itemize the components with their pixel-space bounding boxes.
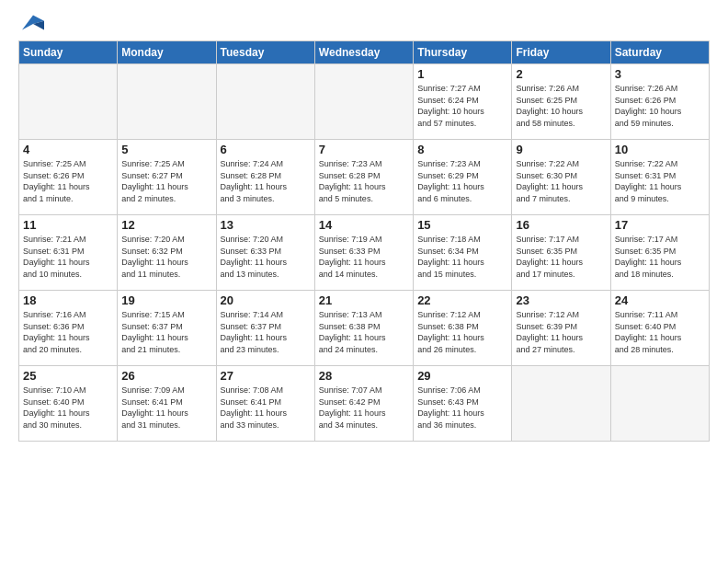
day-info: Sunrise: 7:27 AM Sunset: 6:24 PM Dayligh…	[417, 83, 507, 129]
day-info: Sunrise: 7:19 AM Sunset: 6:33 PM Dayligh…	[319, 234, 409, 280]
calendar-header-saturday: Saturday	[610, 41, 709, 64]
calendar-cell: 21Sunrise: 7:13 AM Sunset: 6:38 PM Dayli…	[314, 291, 413, 366]
calendar-cell	[610, 366, 709, 442]
calendar-header-monday: Monday	[118, 41, 216, 64]
calendar-header-friday: Friday	[512, 41, 610, 64]
calendar-cell: 16Sunrise: 7:17 AM Sunset: 6:35 PM Dayli…	[512, 215, 610, 291]
calendar-cell: 10Sunrise: 7:22 AM Sunset: 6:31 PM Dayli…	[610, 140, 709, 215]
day-number: 8	[417, 143, 507, 156]
day-info: Sunrise: 7:24 AM Sunset: 6:28 PM Dayligh…	[221, 158, 311, 204]
calendar-cell: 28Sunrise: 7:07 AM Sunset: 6:42 PM Dayli…	[314, 366, 413, 442]
day-number: 10	[615, 143, 705, 156]
day-number: 22	[417, 293, 507, 307]
day-number: 20	[221, 293, 311, 307]
day-info: Sunrise: 7:25 AM Sunset: 6:26 PM Dayligh…	[23, 158, 113, 204]
day-info: Sunrise: 7:17 AM Sunset: 6:35 PM Dayligh…	[516, 234, 606, 280]
day-number: 6	[221, 143, 311, 156]
calendar-cell: 8Sunrise: 7:23 AM Sunset: 6:29 PM Daylig…	[414, 140, 512, 215]
day-info: Sunrise: 7:06 AM Sunset: 6:43 PM Dayligh…	[417, 385, 507, 431]
day-info: Sunrise: 7:23 AM Sunset: 6:28 PM Dayligh…	[319, 158, 409, 204]
calendar-cell	[216, 64, 314, 140]
day-number: 11	[23, 218, 113, 232]
calendar-cell: 25Sunrise: 7:10 AM Sunset: 6:40 PM Dayli…	[19, 366, 118, 442]
calendar-cell: 26Sunrise: 7:09 AM Sunset: 6:41 PM Dayli…	[118, 366, 216, 442]
day-number: 2	[516, 67, 606, 81]
calendar-cell: 12Sunrise: 7:20 AM Sunset: 6:32 PM Dayli…	[118, 215, 216, 291]
calendar-cell: 24Sunrise: 7:11 AM Sunset: 6:40 PM Dayli…	[610, 291, 709, 366]
day-info: Sunrise: 7:12 AM Sunset: 6:38 PM Dayligh…	[417, 309, 507, 355]
page: SundayMondayTuesdayWednesdayThursdayFrid…	[0, 0, 728, 563]
day-info: Sunrise: 7:15 AM Sunset: 6:37 PM Dayligh…	[121, 309, 211, 355]
calendar-cell: 27Sunrise: 7:08 AM Sunset: 6:41 PM Dayli…	[216, 366, 314, 442]
calendar-cell: 23Sunrise: 7:12 AM Sunset: 6:39 PM Dayli…	[512, 291, 610, 366]
calendar-cell: 5Sunrise: 7:25 AM Sunset: 6:27 PM Daylig…	[118, 140, 216, 215]
day-number: 17	[615, 218, 705, 232]
day-info: Sunrise: 7:09 AM Sunset: 6:41 PM Dayligh…	[121, 385, 211, 431]
day-number: 14	[319, 218, 409, 232]
calendar-cell	[314, 64, 413, 140]
day-number: 27	[221, 369, 311, 383]
calendar-week-row: 25Sunrise: 7:10 AM Sunset: 6:40 PM Dayli…	[19, 366, 710, 442]
calendar-cell: 29Sunrise: 7:06 AM Sunset: 6:43 PM Dayli…	[414, 366, 512, 442]
day-info: Sunrise: 7:21 AM Sunset: 6:31 PM Dayligh…	[23, 234, 113, 280]
calendar-cell	[512, 366, 610, 442]
calendar-cell: 2Sunrise: 7:26 AM Sunset: 6:25 PM Daylig…	[512, 64, 610, 140]
calendar-header-tuesday: Tuesday	[216, 41, 314, 64]
day-info: Sunrise: 7:17 AM Sunset: 6:35 PM Dayligh…	[615, 234, 705, 280]
day-info: Sunrise: 7:08 AM Sunset: 6:41 PM Dayligh…	[221, 385, 311, 431]
calendar-header-row: SundayMondayTuesdayWednesdayThursdayFrid…	[19, 41, 710, 64]
day-number: 19	[121, 293, 211, 307]
logo	[18, 15, 44, 33]
calendar-header-wednesday: Wednesday	[314, 41, 413, 64]
day-number: 29	[417, 369, 507, 383]
day-info: Sunrise: 7:14 AM Sunset: 6:37 PM Dayligh…	[221, 309, 311, 355]
day-number: 7	[319, 143, 409, 156]
calendar-cell: 17Sunrise: 7:17 AM Sunset: 6:35 PM Dayli…	[610, 215, 709, 291]
day-number: 13	[221, 218, 311, 232]
calendar-week-row: 11Sunrise: 7:21 AM Sunset: 6:31 PM Dayli…	[19, 215, 710, 291]
day-info: Sunrise: 7:26 AM Sunset: 6:25 PM Dayligh…	[516, 83, 606, 129]
day-info: Sunrise: 7:26 AM Sunset: 6:26 PM Dayligh…	[615, 83, 705, 129]
calendar-header-thursday: Thursday	[414, 41, 512, 64]
calendar-cell: 14Sunrise: 7:19 AM Sunset: 6:33 PM Dayli…	[314, 215, 413, 291]
day-info: Sunrise: 7:10 AM Sunset: 6:40 PM Dayligh…	[23, 385, 113, 431]
day-number: 5	[121, 143, 211, 156]
day-info: Sunrise: 7:23 AM Sunset: 6:29 PM Dayligh…	[417, 158, 507, 204]
day-number: 16	[516, 218, 606, 232]
day-info: Sunrise: 7:13 AM Sunset: 6:38 PM Dayligh…	[319, 309, 409, 355]
day-number: 24	[615, 293, 705, 307]
day-info: Sunrise: 7:12 AM Sunset: 6:39 PM Dayligh…	[516, 309, 606, 355]
day-number: 18	[23, 293, 113, 307]
calendar-cell: 9Sunrise: 7:22 AM Sunset: 6:30 PM Daylig…	[512, 140, 610, 215]
day-number: 28	[319, 369, 409, 383]
calendar-cell: 20Sunrise: 7:14 AM Sunset: 6:37 PM Dayli…	[216, 291, 314, 366]
calendar-cell: 15Sunrise: 7:18 AM Sunset: 6:34 PM Dayli…	[414, 215, 512, 291]
calendar: SundayMondayTuesdayWednesdayThursdayFrid…	[18, 40, 710, 442]
calendar-cell: 11Sunrise: 7:21 AM Sunset: 6:31 PM Dayli…	[19, 215, 118, 291]
day-info: Sunrise: 7:18 AM Sunset: 6:34 PM Dayligh…	[417, 234, 507, 280]
day-number: 12	[121, 218, 211, 232]
calendar-cell: 6Sunrise: 7:24 AM Sunset: 6:28 PM Daylig…	[216, 140, 314, 215]
calendar-week-row: 1Sunrise: 7:27 AM Sunset: 6:24 PM Daylig…	[19, 64, 710, 140]
calendar-cell: 7Sunrise: 7:23 AM Sunset: 6:28 PM Daylig…	[314, 140, 413, 215]
day-number: 26	[121, 369, 211, 383]
logo-bird-icon	[22, 15, 44, 33]
calendar-cell: 19Sunrise: 7:15 AM Sunset: 6:37 PM Dayli…	[118, 291, 216, 366]
calendar-cell: 13Sunrise: 7:20 AM Sunset: 6:33 PM Dayli…	[216, 215, 314, 291]
day-info: Sunrise: 7:20 AM Sunset: 6:32 PM Dayligh…	[121, 234, 211, 280]
calendar-header-sunday: Sunday	[19, 41, 118, 64]
day-number: 9	[516, 143, 606, 156]
calendar-cell	[118, 64, 216, 140]
day-number: 15	[417, 218, 507, 232]
day-number: 3	[615, 67, 705, 81]
calendar-cell	[19, 64, 118, 140]
calendar-cell: 18Sunrise: 7:16 AM Sunset: 6:36 PM Dayli…	[19, 291, 118, 366]
day-number: 4	[23, 143, 113, 156]
calendar-cell: 1Sunrise: 7:27 AM Sunset: 6:24 PM Daylig…	[414, 64, 512, 140]
calendar-cell: 3Sunrise: 7:26 AM Sunset: 6:26 PM Daylig…	[610, 64, 709, 140]
header	[18, 15, 710, 33]
day-info: Sunrise: 7:11 AM Sunset: 6:40 PM Dayligh…	[615, 309, 705, 355]
day-info: Sunrise: 7:20 AM Sunset: 6:33 PM Dayligh…	[221, 234, 311, 280]
day-info: Sunrise: 7:22 AM Sunset: 6:31 PM Dayligh…	[615, 158, 705, 204]
calendar-cell: 4Sunrise: 7:25 AM Sunset: 6:26 PM Daylig…	[19, 140, 118, 215]
